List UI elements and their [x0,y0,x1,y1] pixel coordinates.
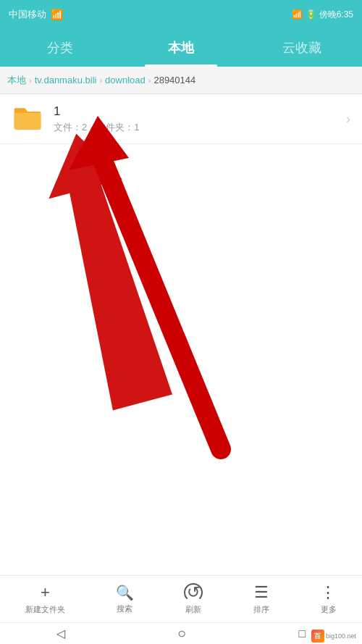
search-icon: 🔍 [116,584,134,601]
file-info: 1 文件：2，文件夹：1 [54,104,340,134]
battery-icon: 🔋 [306,9,316,20]
home-button[interactable]: ○ [177,625,186,642]
tab-bar: 分类 本地 云收藏 [0,29,362,67]
signal-icon: 📶 [51,9,63,20]
plus-icon: + [41,583,50,602]
tab-cloud[interactable]: 云收藏 [241,29,362,67]
new-folder-label: 新建文件夹 [25,604,65,615]
svg-marker-1 [34,125,179,412]
toolbar-new-folder[interactable]: + 新建文件夹 [25,583,65,615]
toolbar-sort[interactable]: ☰ 排序 [253,583,269,615]
refresh-label: 刷新 [185,604,201,615]
logo-area: 百 big100.net [311,630,356,643]
tab-cloud-label: 云收藏 [282,39,321,57]
status-right: 📶 🔋 傍晚6:35 [292,9,353,21]
tab-classify-label: 分类 [47,39,73,57]
file-item-folder-1[interactable]: 1 文件：2，文件夹：1 › [0,94,362,144]
breadcrumb-current: 28940144 [153,75,195,85]
more-icon: ⋮ [320,583,337,602]
watermark-text: big100.net [326,632,356,640]
back-button[interactable]: ◁ [56,627,65,640]
bottom-toolbar: + 新建文件夹 🔍 搜索 ↺ 刷新 ☰ 排序 ⋮ 更多 [0,575,362,622]
status-left: 中国移动 📶 [9,8,63,21]
tab-classify[interactable]: 分类 [0,29,121,67]
carrier-text: 中国移动 [9,8,46,21]
breadcrumb: 本地 › tv.danmaku.bili › download › 289401… [0,67,362,94]
tab-local-label: 本地 [168,39,194,57]
breadcrumb-download[interactable]: download [105,75,146,85]
svg-line-2 [98,149,221,449]
main-content: 1 文件：2，文件夹：1 › [0,94,362,597]
file-meta: 文件：2，文件夹：1 [54,121,340,134]
tab-local[interactable]: 本地 [121,29,242,67]
refresh-icon: ↺ [184,583,203,602]
breadcrumb-sep-2: › [99,76,102,85]
toolbar-more[interactable]: ⋮ 更多 [320,583,337,615]
logo-icon: 百 [311,630,324,643]
breadcrumb-tv[interactable]: tv.danmaku.bili [35,75,97,85]
more-label: 更多 [321,604,337,615]
search-label: 搜索 [117,603,132,614]
status-bar: 中国移动 📶 📶 🔋 傍晚6:35 [0,0,362,29]
folder-icon [12,103,43,135]
breadcrumb-local[interactable]: 本地 [7,74,26,87]
toolbar-refresh[interactable]: ↺ 刷新 [184,583,203,615]
annotation-arrow [0,94,362,597]
recent-button[interactable]: □ [299,627,306,640]
nav-bar: ◁ ○ □ 百 big100.net [0,622,362,644]
wifi-icon: 📶 [292,9,303,20]
sort-label: 排序 [253,604,269,615]
breadcrumb-sep-3: › [148,76,151,85]
breadcrumb-sep-1: › [29,76,32,85]
toolbar-search[interactable]: 🔍 搜索 [116,584,134,614]
chevron-right-icon: › [346,112,350,127]
file-name: 1 [54,104,340,119]
sort-icon: ☰ [254,583,269,602]
time-text: 傍晚6:35 [319,9,353,21]
